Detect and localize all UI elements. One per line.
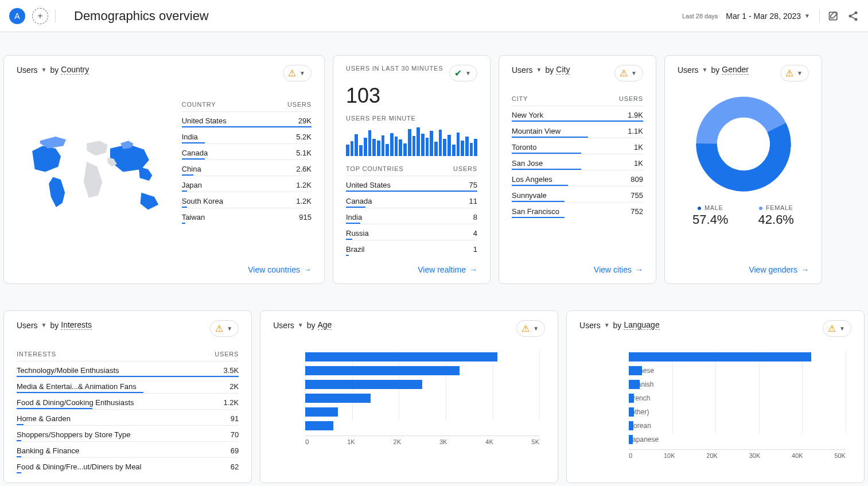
table-row[interactable]: United States29K	[182, 111, 312, 127]
view-countries-link[interactable]: View countries →	[17, 256, 312, 274]
spark-bar	[408, 129, 411, 157]
table-row[interactable]: Canada5.1K	[182, 143, 312, 160]
card-row-1: Users ▼ by Country ⚠ ▼	[0, 32, 868, 287]
table-row[interactable]: Mountain View1.1K	[512, 122, 643, 138]
table-row[interactable]: Russia4	[346, 224, 477, 240]
row-value: 4	[473, 229, 477, 238]
bar-fill	[629, 435, 633, 444]
table-row[interactable]: Media & Entertai...& Animation Fans2K	[17, 377, 239, 393]
check-circle-icon: ✔	[454, 68, 462, 79]
row-value: 1K	[634, 159, 643, 168]
table-row[interactable]: Food & Dining/Cooking Enthusiasts1.2K	[17, 393, 239, 409]
table-row[interactable]: Sunnyvale755	[512, 186, 643, 202]
table-row[interactable]: Japan1.2K	[182, 176, 312, 192]
row-label: United States	[182, 116, 227, 125]
row-label: Home & Garden	[17, 414, 71, 423]
table-row[interactable]: India5.2K	[182, 127, 312, 143]
table-row[interactable]: San Francisco752	[512, 202, 643, 218]
card-title[interactable]: Users ▼ by Age	[273, 320, 332, 330]
realtime-card: USERS IN LAST 30 MINUTES ✔ ▼ 103 USERS P…	[333, 55, 491, 284]
axis-tick: 30K	[749, 452, 761, 459]
data-quality-pill[interactable]: ⚠ ▼	[516, 320, 545, 337]
caret-down-icon: ▼	[536, 67, 542, 73]
avatar[interactable]: A	[9, 8, 25, 24]
row-value: 11	[469, 197, 477, 205]
axis-tick: 5K	[532, 438, 539, 445]
table-row[interactable]: Canada11	[346, 192, 477, 208]
card-title[interactable]: Users ▼ by Interests	[17, 320, 92, 330]
add-comparison-button[interactable]: +	[32, 8, 48, 24]
data-quality-pill[interactable]: ⚠ ▼	[780, 65, 809, 81]
warning-icon: ⚠	[828, 323, 836, 334]
row-label: India	[182, 133, 198, 141]
date-range-picker[interactable]: Mar 1 - Mar 28, 2023 ▼	[726, 11, 811, 21]
dimension-label: City	[556, 65, 570, 75]
table-row[interactable]: United States75	[346, 176, 477, 192]
data-quality-pill[interactable]: ⚠ ▼	[823, 320, 851, 337]
col-label: COUNTRY	[182, 101, 216, 108]
share-icon[interactable]	[847, 10, 859, 22]
spark-bar	[368, 130, 372, 156]
data-quality-pill[interactable]: ⚠ ▼	[614, 65, 643, 81]
table-row[interactable]: Brazil1	[346, 240, 477, 256]
row-value: 2.6K	[296, 165, 312, 173]
card-title[interactable]: Users ▼ by City	[512, 65, 570, 75]
row-label: Toronto	[512, 143, 536, 151]
row-label: Banking & Finance	[17, 446, 79, 455]
table-row[interactable]: New York1.9K	[512, 106, 643, 122]
data-quality-pill[interactable]: ⚠ ▼	[283, 65, 312, 81]
date-range-label: Last 28 days	[682, 13, 718, 20]
table-row[interactable]: Home & Garden91	[17, 409, 239, 425]
table-row[interactable]: Taiwan915	[182, 208, 312, 224]
caret-down-icon: ▼	[41, 322, 47, 328]
view-genders-link[interactable]: View genders →	[678, 256, 809, 274]
card-title[interactable]: Users ▼ by Gender	[678, 65, 749, 75]
warning-icon: ⚠	[620, 68, 628, 79]
card-title[interactable]: Users ▼ by Language	[579, 320, 660, 330]
header-right: Last 28 days Mar 1 - Mar 28, 2023 ▼	[682, 9, 859, 23]
spark-bar	[399, 139, 402, 156]
row-label: Mountain View	[512, 127, 560, 135]
table-row[interactable]: South Korea1.2K	[182, 192, 312, 208]
row-label: Canada	[182, 149, 208, 157]
chart-bar-row: (other)	[629, 406, 846, 418]
axis-tick: 3K	[439, 438, 447, 445]
by-text: by	[307, 321, 316, 330]
row-value: 1.2K	[296, 197, 312, 205]
warning-icon: ⚠	[521, 323, 530, 334]
metric-selector[interactable]: Users	[512, 65, 533, 75]
table-row[interactable]: China2.6K	[182, 160, 312, 176]
table-row[interactable]: Banking & Finance69	[17, 441, 239, 457]
row-label: New York	[512, 111, 543, 119]
data-quality-pill[interactable]: ⚠ ▼	[210, 320, 239, 337]
metric-selector[interactable]: Users	[273, 321, 294, 330]
card-title[interactable]: Users ▼ by Country	[17, 65, 89, 75]
spark-bar	[364, 138, 367, 156]
table-row[interactable]: Food & Dining/Fre...ut/Diners by Meal62	[17, 457, 239, 473]
table-row[interactable]: Los Angeles809	[512, 170, 643, 186]
metric-selector[interactable]: Users	[17, 321, 38, 330]
chart-bar-row: 18-24	[305, 364, 539, 377]
caret-down-icon: ▼	[533, 325, 539, 332]
metric-selector[interactable]: Users	[17, 65, 38, 75]
row-value: 5.1K	[296, 149, 312, 157]
view-realtime-link[interactable]: View realtime →	[346, 256, 477, 274]
spark-bar	[452, 145, 456, 156]
metric-selector[interactable]: Users	[678, 65, 699, 75]
caret-down-icon: ▼	[41, 67, 47, 73]
row-value: 29K	[298, 116, 312, 125]
table-row[interactable]: Shoppers/Shoppers by Store Type70	[17, 425, 239, 441]
table-row[interactable]: India8	[346, 208, 477, 224]
view-cities-link[interactable]: View cities →	[512, 256, 643, 274]
metric-selector[interactable]: Users	[579, 321, 601, 330]
data-quality-pill[interactable]: ✔ ▼	[449, 65, 477, 81]
row-value: 91	[231, 414, 239, 423]
table-row[interactable]: Toronto1K	[512, 138, 643, 154]
users-by-city-card: Users ▼ by City ⚠ ▼ CITY USERS New York1…	[499, 55, 656, 284]
caret-down-icon: ▼	[465, 70, 471, 76]
male-percent: 57.4%	[692, 212, 728, 227]
card-row-2: Users ▼ by Interests ⚠ ▼ INTERESTS USERS…	[0, 287, 868, 486]
table-row[interactable]: San Jose1K	[512, 154, 643, 170]
edit-icon[interactable]	[828, 10, 839, 22]
table-row[interactable]: Technology/Mobile Enthusiasts3.5K	[17, 361, 239, 377]
